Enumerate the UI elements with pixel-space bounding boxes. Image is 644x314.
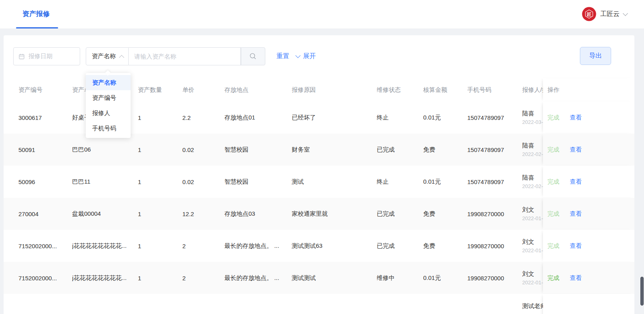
cell-amount: 0.01元 (423, 274, 467, 282)
cell-location: 智慧校园 (224, 178, 292, 186)
cell-reason: 测试 (292, 178, 377, 186)
cell-qty: 1 (138, 146, 182, 153)
reset-button[interactable]: 重置 (277, 47, 289, 65)
cell-amount: 0.01元 (423, 114, 467, 122)
cell-price: 2 (182, 275, 224, 282)
cell-phone: 15074789097 (467, 146, 522, 153)
cell-actions: 完成查看 (543, 134, 634, 166)
expand-button[interactable]: 展开 (296, 47, 316, 65)
column-header: 维修状态 (377, 86, 423, 94)
complete-link[interactable]: 完成 (547, 242, 559, 250)
cell-qty: 1 (138, 243, 182, 249)
cell-phone: 19908270000 (467, 275, 522, 282)
search-type-value: 资产名称 (92, 53, 116, 60)
view-link[interactable]: 查看 (570, 274, 582, 282)
column-header: 存放地点 (224, 86, 292, 94)
cell-actions: 完成查看 (543, 166, 634, 198)
chevron-down-icon (623, 11, 628, 16)
view-link[interactable]: 查看 (570, 242, 582, 250)
dropdown-option[interactable]: 资产编号 (86, 90, 131, 105)
cell-asset-no: 7152002000... (18, 243, 72, 249)
complete-link[interactable]: 完成 (547, 178, 559, 186)
complete-link[interactable]: 完成 (547, 210, 559, 218)
user-name: 工匠云 (600, 10, 620, 18)
complete-link[interactable]: 完成 (547, 274, 559, 282)
dropdown-option[interactable]: 资产名称 (86, 75, 131, 90)
cell-qty: 1 (138, 211, 182, 217)
date-placeholder: 报修日期 (28, 53, 52, 60)
cell-qty: 1 (138, 275, 182, 282)
cell-amount: 免费 (423, 146, 467, 154)
cell-reason: 已经坏了 (292, 114, 377, 122)
cell-reason: 财务室 (292, 146, 377, 154)
table-row: 50091巴巴0610.02智慧校园财务室已完成免费15074789097陆喜2… (4, 134, 634, 166)
column-header: 报修原因 (292, 86, 377, 94)
table-row: 270004盆栽00004112.2存放地点03家校通家里就已完成免费19908… (4, 198, 634, 230)
cell-amount: 免费 (423, 242, 467, 250)
cell-asset-no: 50096 (18, 178, 72, 185)
cell-status: 已完成 (377, 146, 423, 154)
search-type-dropdown: 资产名称资产编号报修人手机号码 (86, 73, 131, 138)
logo-character: 匠 (587, 12, 592, 17)
cell-asset-no: 7152002000... (18, 275, 72, 282)
cell-phone: 15074789097 (467, 178, 522, 185)
top-nav: 资产报修 匠 工匠云 (0, 0, 644, 29)
complete-link[interactable]: 完成 (547, 146, 559, 154)
cell-status: 已完成 (377, 210, 423, 218)
cell-actions: 完成查看 (543, 262, 634, 294)
table-row: 7152002000...j花花花花花花花花...12最长的存放地点。 ...测… (4, 262, 634, 294)
cell-status: 维修中 (377, 274, 423, 282)
cell-price: 0.02 (182, 178, 224, 185)
content-card: 报修日期 资产名称 重置 展开 导出 资产编号资产名称资产数量单价存放地点报修原… (4, 35, 634, 314)
cell-reason: 测试测试 (292, 274, 377, 282)
user-menu[interactable]: 匠 工匠云 (582, 6, 627, 22)
cell-status: 终止 (377, 114, 423, 122)
cell-phone: 19908270000 (467, 211, 522, 217)
cell-asset-no: 270004 (18, 211, 72, 217)
table-row: 测试老师 (4, 294, 634, 314)
view-link[interactable]: 查看 (570, 146, 582, 154)
dropdown-option[interactable]: 报修人 (86, 105, 131, 121)
repair-date-picker[interactable]: 报修日期 (13, 47, 80, 65)
cell-location: 最长的存放地点。 ... (224, 274, 292, 282)
column-header: 单价 (182, 86, 224, 94)
column-header: 手机号码 (467, 86, 522, 94)
cell-phone: 19908270000 (467, 243, 522, 249)
cell-asset-name: 盆栽00004 (72, 210, 138, 218)
column-header: 资产数量 (138, 86, 182, 94)
view-link[interactable]: 查看 (570, 210, 582, 218)
chevron-up-icon (119, 55, 124, 60)
cell-location: 最长的存放地点。 ... (224, 242, 292, 250)
search-button[interactable] (241, 47, 265, 65)
tab-asset-repair[interactable]: 资产报修 (22, 9, 50, 18)
search-type-select[interactable]: 资产名称 (86, 47, 129, 65)
cell-reason: 测试测试63 (292, 242, 377, 250)
vertical-scrollbar-thumb[interactable] (640, 277, 644, 306)
cell-amount: 0.01元 (423, 178, 467, 186)
brand-logo-icon: 匠 (582, 7, 596, 21)
cell-price: 2 (182, 243, 224, 249)
cell-actions: 完成查看 (543, 101, 634, 134)
cell-asset-name: 巴巴06 (72, 146, 138, 154)
view-link[interactable]: 查看 (570, 178, 582, 186)
export-button[interactable]: 导出 (580, 47, 611, 65)
cell-qty: 1 (138, 114, 182, 121)
cell-asset-name: j花花花花花花花花... (72, 274, 138, 282)
dropdown-option[interactable]: 手机号码 (86, 121, 131, 136)
view-link[interactable]: 查看 (570, 114, 582, 122)
search-input[interactable] (129, 47, 241, 65)
cell-asset-no: 3000617 (18, 114, 72, 121)
cell-asset-no: 50091 (18, 146, 72, 153)
table-row: 50096巴巴1110.02智慧校园测试终止0.01元15074789097陆喜… (4, 166, 634, 198)
cell-actions: 完成查看 (543, 230, 634, 262)
cell-price: 2.2 (182, 114, 224, 121)
expand-label: 展开 (303, 52, 316, 61)
column-header: 资产编号 (18, 86, 72, 94)
chevron-down-icon (295, 53, 301, 58)
cell-location: 存放地点01 (224, 114, 292, 122)
complete-link[interactable]: 完成 (547, 114, 559, 122)
cell-qty: 1 (138, 178, 182, 185)
active-tab-underline (16, 27, 58, 28)
column-header: 核算金额 (423, 86, 467, 94)
cell-asset-name: j花花花花花花花花... (72, 242, 138, 250)
